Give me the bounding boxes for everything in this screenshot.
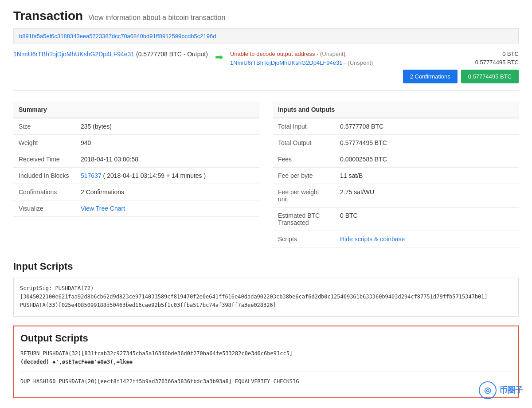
io-label-fee-per-weight: Fee per weight unit [273,184,335,208]
tx-output-side: Unable to decode output address - (Unspe… [230,51,519,83]
two-col-section: Summary Size 235 (bytes) Weight 940 Rece… [13,102,519,247]
summary-label-received-time: Received Time [13,151,75,168]
confirm-buttons: 2 Confirmations 0.57774495 BTC [230,70,519,83]
output-scripts-section: Output Scripts RETURN PUSHDATA(32)[831fc… [13,326,519,399]
summary-label-visualize: Visualize [13,200,75,217]
summary-row-visualize: Visualize View Tree Chart [13,200,259,217]
tx-arrow-icon: ➡ [215,51,223,63]
io-value-total-output: 0.57774495 BTC [335,135,519,151]
io-label-estimated-btc: Estimated BTC Transacted [273,208,335,231]
tx-output-address-2[interactable]: 1NmiU6rTBhTojDjoMhUKshG2Dp4LF94e31 [230,59,343,66]
page-subtitle: View information about a bitcoin transac… [88,14,225,22]
block-extra: ( 2018-04-11 03:14:59 + 14 minutes ) [103,172,206,179]
inputs-outputs-section: Inputs and Outputs Total Input 0.5777708… [273,102,519,247]
tx-output-status-2: - (Unspent) [344,59,373,66]
output-script-1-decoded: (decoded) ◆',øsET◉cF◉◉m'◉O◉3(,=lk◉◉ [20,358,512,366]
tx-output-amount-2: 0.57774495 BTC [475,59,519,66]
io-value-scripts: Hide scripts & coinbase [335,231,519,247]
view-tree-chart-link[interactable]: View Tree Chart [81,205,125,212]
block-link[interactable]: 517637 [81,172,102,179]
output-script-2-text: DUP HASH160 PUSHDATA(20)[eecf8f1422ff5b9… [20,377,512,386]
io-value-estimated-btc: 0 BTC [335,208,519,231]
io-row-fees: Fees 0.00002585 BTC [273,151,519,168]
summary-section: Summary Size 235 (bytes) Weight 940 Rece… [13,102,259,247]
tx-hash-link[interactable]: b891fa5a5ef6c3188343eea5723387dcc70a6840… [19,33,216,39]
tx-flow: 1NmiU6rTBhTojDjoMhUKshG2Dp4LF94e31 (0.57… [13,51,519,91]
io-row-fee-per-weight: Fee per weight unit 2.75 sat/WU [273,184,519,208]
tx-output-decode-label: Unable to decode output address [230,51,315,57]
io-row-total-input: Total Input 0.5777708 BTC [273,118,519,135]
summary-value-received-time: 2018-04-11 03:00:58 [75,151,259,168]
amount-button[interactable]: 0.57774495 BTC [461,70,519,83]
confirmations-button[interactable]: 2 Confirmations [403,70,458,83]
io-value-fee-per-byte: 11 sat/B [335,168,519,184]
tx-output-label-1: Unable to decode output address - (Unspe… [230,51,345,57]
pushdata-label: PUSHDATA(33)[025e4085099188d50463bed16ca… [20,301,512,310]
summary-heading: Summary [13,102,259,118]
input-scripts-section: Input Scripts ScriptSig: PUSHDATA(72) [3… [13,261,519,317]
io-label-total-output: Total Output [273,135,335,151]
io-row-scripts: Scripts Hide scripts & coinbase [273,231,519,247]
output-script-1-text: RETURN PUSHDATA(32)[831fcab32c927345cba5… [20,349,512,358]
watermark-text: 币圈子 [499,385,523,396]
page-header: Transaction View information about a bit… [13,9,519,23]
summary-label-size: Size [13,118,75,135]
io-row-fee-per-byte: Fee per byte 11 sat/B [273,168,519,184]
summary-label-blocks: Included In Blocks [13,168,75,184]
io-row-total-output: Total Output 0.57774495 BTC [273,135,519,151]
io-row-estimated-btc: Estimated BTC Transacted 0 BTC [273,208,519,231]
inputs-outputs-table: Inputs and Outputs Total Input 0.5777708… [273,102,519,247]
tx-input-address[interactable]: 1NmiU6rTBhTojDjoMhUKshG2Dp4LF94e31 [13,51,134,58]
tx-output-row-2: 1NmiU6rTBhTojDjoMhUKshG2Dp4LF94e31 - (Un… [230,59,519,66]
tx-input-amount: (0.5777708 BTC - Output) [136,51,208,58]
tx-output-status-1: Unspent [322,51,343,57]
tx-output-row-1: Unable to decode output address - (Unspe… [230,51,519,57]
summary-row-weight: Weight 940 [13,135,259,151]
io-label-fees: Fees [273,151,335,168]
input-scripts-heading: Input Scripts [13,261,519,272]
inputs-outputs-heading: Inputs and Outputs [273,102,519,118]
summary-table: Summary Size 235 (bytes) Weight 940 Rece… [13,102,259,217]
output-scripts-box: Output Scripts RETURN PUSHDATA(32)[831fc… [13,326,519,399]
summary-value-blocks: 517637 ( 2018-04-11 03:14:59 + 14 minute… [75,168,259,184]
page-title: Transaction [13,9,83,23]
summary-label-weight: Weight [13,135,75,151]
output-script-entry-2: DUP HASH160 PUSHDATA(20)[eecf8f1422ff5b9… [20,377,512,391]
summary-row-size: Size 235 (bytes) [13,118,259,135]
tx-input-side: 1NmiU6rTBhTojDjoMhUKshG2Dp4LF94e31 (0.57… [13,51,208,58]
summary-row-confirmations: Confirmations 2 Confirmations [13,184,259,200]
io-value-fee-per-weight: 2.75 sat/WU [335,184,519,208]
input-script-box: ScriptSig: PUSHDATA(72) [3045022100e621f… [13,278,519,317]
scriptsig-label: ScriptSig: PUSHDATA(72) [20,284,512,293]
scriptsig-data: [3045022100e621faa92d8b6cb62d9d823ce9714… [20,293,512,301]
summary-row-blocks: Included In Blocks 517637 ( 2018-04-11 0… [13,168,259,184]
summary-label-confirmations: Confirmations [13,184,75,200]
io-label-fee-per-byte: Fee per byte [273,168,335,184]
summary-value-confirmations: 2 Confirmations [75,184,259,200]
io-value-fees: 0.00002585 BTC [335,151,519,168]
summary-value-size: 235 (bytes) [75,118,259,135]
summary-value-weight: 940 [75,135,259,151]
io-label-total-input: Total Input [273,118,335,135]
watermark: ◎ 币圈子 [479,381,523,399]
tx-output-amount-1: 0 BTC [502,51,519,57]
summary-value-visualize: View Tree Chart [75,200,259,217]
output-script-entry-1: RETURN PUSHDATA(32)[831fcab32c927345cba5… [20,349,512,372]
watermark-logo-icon: ◎ [479,381,497,399]
io-label-scripts: Scripts [273,231,335,247]
hide-scripts-link[interactable]: Hide scripts & coinbase [340,235,405,243]
summary-row-received-time: Received Time 2018-04-11 03:00:58 [13,151,259,168]
tx-hash-bar: b891fa5a5ef6c3188343eea5723387dcc70a6840… [13,28,519,43]
output-scripts-heading: Output Scripts [20,333,512,344]
io-value-total-input: 0.5777708 BTC [335,118,519,135]
